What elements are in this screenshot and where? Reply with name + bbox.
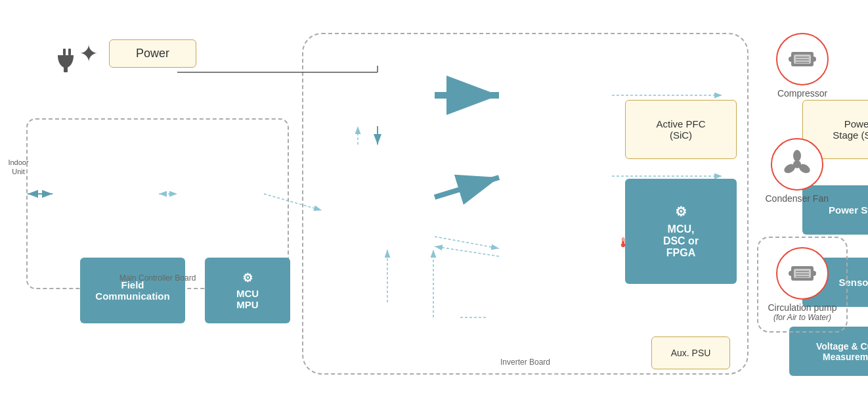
- mcu-dsc-fpga-box: ⚙ MCU,DSC orFPGA: [625, 179, 737, 284]
- chip-icon-2: ⚙: [675, 204, 687, 220]
- circulation-dashed-box: Circulation pump (for Air to Water): [757, 237, 847, 333]
- svg-point-28: [811, 57, 816, 62]
- power-box: Power: [109, 39, 196, 68]
- circulation-pump-icon: [776, 247, 829, 300]
- svg-rect-41: [68, 49, 71, 55]
- svg-rect-40: [63, 49, 66, 55]
- power-section: ✦ Power: [79, 39, 196, 68]
- aux-psu-box: Aux. PSU: [651, 336, 730, 369]
- mcu-mpu-box: ⚙ MCUMPU: [205, 258, 290, 323]
- compressor-icon: [776, 33, 829, 85]
- svg-point-39: [811, 271, 816, 276]
- chip-icon: ⚙: [242, 271, 253, 285]
- voltage-current-box: Voltage & CurrentMeasurements: [789, 327, 868, 376]
- power-plug-icon: [53, 47, 79, 79]
- inverter-board-label: Inverter Board: [500, 358, 550, 367]
- inverter-board: Active PFC(SiC) PowerStage (SiC) ⚙ MCU,D…: [302, 33, 749, 375]
- field-communication-box: FieldCommunication: [80, 258, 185, 323]
- main-controller-board: FieldCommunication ⚙ MCUMPU Main Control…: [26, 118, 289, 289]
- compressor-label: Compressor: [777, 88, 827, 99]
- svg-point-30: [793, 150, 801, 162]
- circulation-pump-section: Circulation pump (for Air to Water): [750, 237, 855, 333]
- circulation-pump-sub-label: (for Air to Water): [773, 313, 831, 322]
- diagram-container: ✦ Power IndoorUnit FieldCommunication ⚙ …: [0, 0, 868, 393]
- svg-rect-42: [64, 67, 68, 72]
- active-pfc-box: Active PFC(SiC): [625, 100, 737, 159]
- main-controller-board-label: Main Controller Board: [119, 273, 196, 283]
- condenser-fan-label: Condenser Fan: [765, 193, 829, 204]
- condenser-fan-section: Condenser Fan: [765, 138, 829, 204]
- compressor-section: Compressor: [776, 33, 829, 99]
- svg-point-27: [789, 57, 794, 62]
- condenser-fan-icon: [771, 138, 823, 191]
- plug-icon: ✦: [79, 40, 98, 68]
- circulation-pump-label: Circulation pump: [768, 302, 836, 313]
- svg-point-38: [789, 271, 794, 276]
- thermometer-icon: 🌡: [617, 235, 630, 250]
